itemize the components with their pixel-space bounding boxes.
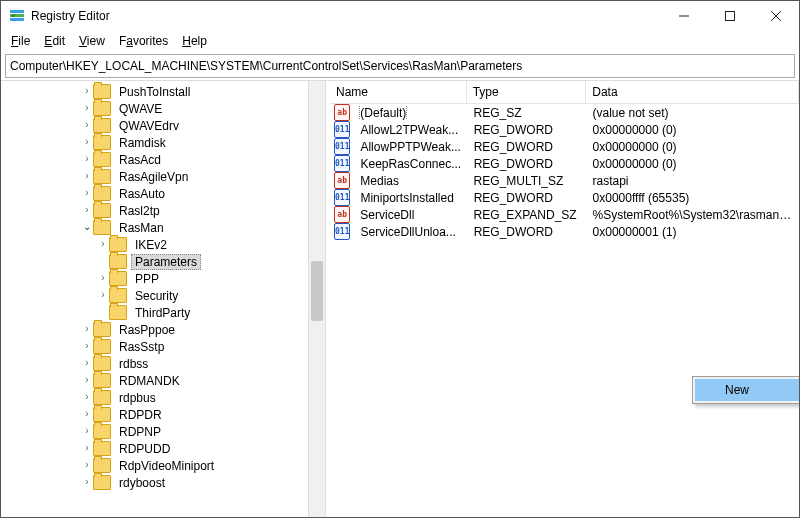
chevron-right-icon[interactable]: › (97, 272, 109, 283)
chevron-right-icon[interactable]: › (81, 119, 93, 130)
value-data: 0x0000ffff (65535) (587, 191, 799, 205)
chevron-right-icon[interactable]: › (81, 459, 93, 470)
binary-value-icon: 011 (334, 138, 350, 155)
list-rows[interactable]: ab(Default)REG_SZ(value not set)011Allow… (330, 104, 799, 240)
chevron-right-icon[interactable]: › (81, 408, 93, 419)
chevron-right-icon[interactable]: › (81, 391, 93, 402)
menu-view[interactable]: View (73, 33, 111, 49)
value-row[interactable]: abMediasREG_MULTI_SZrastapi (330, 172, 799, 189)
value-name: AllowPPTPWeak... (354, 140, 467, 154)
tree-item[interactable]: ›QWAVE (1, 100, 309, 117)
value-row[interactable]: abServiceDllREG_EXPAND_SZ%SystemRoot%\Sy… (330, 206, 799, 223)
tree-item[interactable]: ›RDPUDD (1, 440, 309, 457)
chevron-right-icon[interactable]: › (81, 476, 93, 487)
tree-item-label: RasAcd (115, 152, 165, 168)
tree-item[interactable]: Parameters (1, 253, 309, 270)
tree-item[interactable]: ›RasSstp (1, 338, 309, 355)
chevron-right-icon[interactable]: › (81, 204, 93, 215)
chevron-right-icon[interactable]: › (81, 85, 93, 96)
column-header[interactable]: Type (467, 81, 587, 103)
context-menu-new[interactable]: New ▶ (695, 379, 799, 401)
value-row[interactable]: 011AllowPPTPWeak...REG_DWORD0x00000000 (… (330, 138, 799, 155)
tree-item[interactable]: ›PushToInstall (1, 83, 309, 100)
value-data: rastapi (586, 174, 799, 188)
chevron-right-icon[interactable]: › (81, 323, 93, 334)
value-row[interactable]: 011ServiceDllUnloa...REG_DWORD0x00000001… (330, 223, 799, 240)
value-row[interactable]: 011KeepRasConnec...REG_DWORD0x00000000 (… (330, 155, 799, 172)
chevron-right-icon[interactable]: › (81, 187, 93, 198)
tree-item[interactable]: ThirdParty (1, 304, 309, 321)
tree-item[interactable]: ›rdyboost (1, 474, 309, 491)
folder-icon (109, 271, 127, 286)
value-data: %SystemRoot%\System32\rasmans.dll (586, 208, 799, 222)
address-bar[interactable]: Computer\HKEY_LOCAL_MACHINE\SYSTEM\Curre… (5, 54, 795, 78)
chevron-right-icon[interactable]: › (81, 357, 93, 368)
maximize-button[interactable] (707, 1, 753, 31)
string-value-icon: ab (334, 206, 350, 223)
folder-icon (93, 220, 111, 235)
tree-scrollbar[interactable] (308, 81, 325, 517)
tree-item[interactable]: ›RDPDR (1, 406, 309, 423)
folder-icon (93, 322, 111, 337)
chevron-right-icon[interactable]: › (81, 374, 93, 385)
folder-icon (93, 169, 111, 184)
folder-icon (93, 424, 111, 439)
folder-icon (109, 237, 127, 252)
tree-item[interactable]: ›RasPppoe (1, 321, 309, 338)
chevron-right-icon[interactable]: › (81, 102, 93, 113)
tree-item[interactable]: ›RdpVideoMiniport (1, 457, 309, 474)
tree-item[interactable]: ›rdbss (1, 355, 309, 372)
tree-item[interactable]: ›rdpbus (1, 389, 309, 406)
tree-view[interactable]: ›PushToInstall›QWAVE›QWAVEdrv›Ramdisk›Ra… (1, 81, 309, 517)
column-header[interactable]: Name (330, 81, 467, 103)
value-row[interactable]: ab(Default)REG_SZ(value not set) (330, 104, 799, 121)
tree-item[interactable]: ›RDMANDK (1, 372, 309, 389)
tree-item-label: RasAgileVpn (115, 169, 192, 185)
value-name: ServiceDllUnloa... (354, 225, 467, 239)
menu-help[interactable]: Help (176, 33, 213, 49)
close-button[interactable] (753, 1, 799, 31)
tree-item-label: RDPNP (115, 424, 165, 440)
chevron-right-icon[interactable]: › (81, 442, 93, 453)
tree-item-label: QWAVE (115, 101, 166, 117)
tree-item[interactable]: ›PPP (1, 270, 309, 287)
folder-icon (93, 458, 111, 473)
chevron-right-icon[interactable]: › (97, 289, 109, 300)
value-type: REG_EXPAND_SZ (468, 208, 587, 222)
context-menu[interactable]: New ▶ (692, 376, 799, 404)
folder-icon (93, 339, 111, 354)
tree-item[interactable]: ›RasAcd (1, 151, 309, 168)
column-header[interactable]: Data (586, 81, 799, 103)
folder-icon (109, 254, 127, 269)
menu-edit[interactable]: Edit (38, 33, 71, 49)
value-row[interactable]: 011MiniportsInstalledREG_DWORD0x0000ffff… (330, 189, 799, 206)
tree-item[interactable]: ⌄RasMan (1, 219, 309, 236)
chevron-right-icon[interactable]: › (81, 136, 93, 147)
tree-item[interactable]: ›RDPNP (1, 423, 309, 440)
menu-favorites[interactable]: Favorites (113, 33, 174, 49)
tree-item[interactable]: ›RasAuto (1, 185, 309, 202)
tree-item-label: rdyboost (115, 475, 169, 491)
folder-icon (109, 305, 127, 320)
tree-item[interactable]: ›IKEv2 (1, 236, 309, 253)
folder-icon (93, 152, 111, 167)
minimize-button[interactable] (661, 1, 707, 31)
folder-icon (93, 203, 111, 218)
tree-item[interactable]: ›Security (1, 287, 309, 304)
chevron-right-icon[interactable]: › (81, 340, 93, 351)
chevron-right-icon[interactable]: › (81, 425, 93, 436)
value-row[interactable]: 011AllowL2TPWeak...REG_DWORD0x00000000 (… (330, 121, 799, 138)
tree-item[interactable]: ›RasAgileVpn (1, 168, 309, 185)
chevron-right-icon[interactable]: › (81, 170, 93, 181)
tree-item[interactable]: ›Ramdisk (1, 134, 309, 151)
tree-scrollbar-thumb[interactable] (311, 261, 323, 321)
tree-item[interactable]: ›QWAVEdrv (1, 117, 309, 134)
chevron-right-icon[interactable]: › (97, 238, 109, 249)
chevron-right-icon[interactable]: › (81, 153, 93, 164)
menu-file[interactable]: File (5, 33, 36, 49)
folder-icon (93, 101, 111, 116)
value-name: AllowL2TPWeak... (354, 123, 467, 137)
tree-item-label: Parameters (131, 254, 201, 270)
chevron-down-icon[interactable]: ⌄ (81, 221, 93, 232)
tree-item[interactable]: ›Rasl2tp (1, 202, 309, 219)
